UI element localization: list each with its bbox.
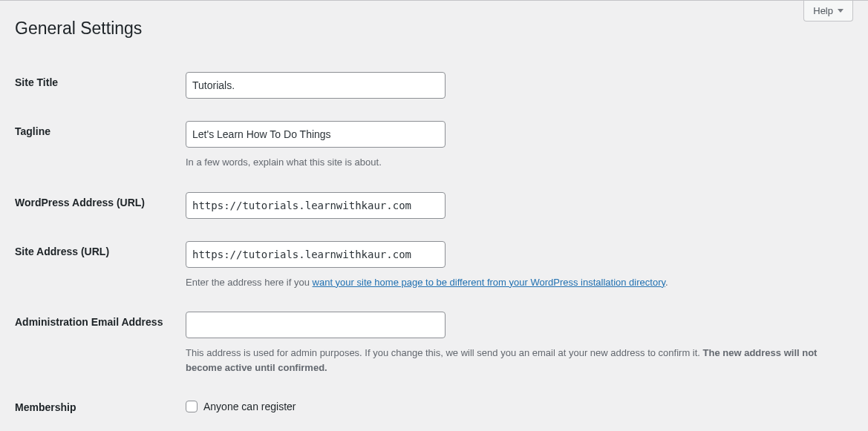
site-title-label: Site Title (15, 61, 178, 110)
site-url-description: Enter the address here if you want your … (186, 275, 846, 290)
wp-url-input[interactable] (186, 192, 446, 219)
tagline-label: Tagline (15, 110, 178, 181)
site-url-help-link[interactable]: want your site home page to be different… (313, 277, 665, 288)
admin-email-description: This address is used for admin purposes.… (186, 346, 846, 375)
membership-checkbox-label: Anyone can register (203, 401, 296, 412)
admin-email-input[interactable] (186, 312, 446, 338)
admin-email-label: Administration Email Address (15, 300, 178, 386)
chevron-down-icon (838, 9, 843, 13)
wp-url-label: WordPress Address (URL) (15, 181, 178, 230)
site-title-input[interactable] (186, 72, 446, 99)
tagline-input[interactable] (186, 121, 446, 148)
help-tab[interactable]: Help (803, 1, 853, 22)
membership-checkbox[interactable] (186, 401, 198, 412)
page-title: General Settings (15, 8, 853, 61)
help-label: Help (813, 5, 833, 16)
site-url-input[interactable] (186, 241, 446, 268)
tagline-description: In a few words, explain what this site i… (186, 155, 846, 170)
membership-label: Membership (15, 386, 178, 429)
site-url-label: Site Address (URL) (15, 230, 178, 301)
